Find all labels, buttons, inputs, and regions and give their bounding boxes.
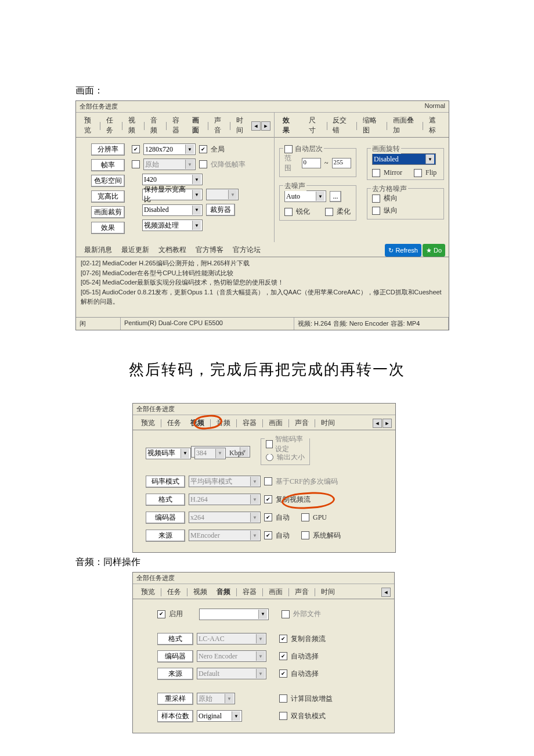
chk-gain[interactable] xyxy=(279,694,287,703)
sel-audio-profile[interactable]: ▼ xyxy=(199,609,269,620)
chk-mirror[interactable] xyxy=(372,169,380,177)
btn-do[interactable]: ★ Do xyxy=(423,244,445,257)
sel-vbr-mode[interactable]: 视频码率▼ xyxy=(146,448,191,459)
sel-source[interactable]: MEncoder▼ xyxy=(189,530,261,541)
chk-fps[interactable] xyxy=(132,160,140,168)
tab-audio[interactable]: 音频 xyxy=(212,417,235,430)
news-update[interactable]: 最近更新 xyxy=(117,244,154,257)
btn-crop[interactable]: 画面裁剪 xyxy=(91,206,125,218)
tab-scroll-left[interactable]: ◄ xyxy=(381,588,391,597)
chk-aauto1[interactable]: ✔ xyxy=(279,652,287,660)
sel-denoise[interactable]: Auto▼ xyxy=(284,190,326,202)
chk-auto-enc[interactable]: ✔ xyxy=(264,513,272,521)
btn-resolution[interactable]: 分辨率 xyxy=(91,143,125,156)
btn-aenc[interactable]: 编码器 xyxy=(157,650,193,663)
tab-task[interactable]: 任务 xyxy=(102,114,121,137)
btn-ratemode[interactable]: 码率模式 xyxy=(146,476,185,488)
chk-gpu[interactable] xyxy=(301,513,309,521)
chk-crf[interactable] xyxy=(264,477,272,485)
chk-res[interactable]: ✔ xyxy=(132,145,140,153)
btn-aformat[interactable]: 格式 xyxy=(157,633,193,645)
chk-sysdec[interactable] xyxy=(301,531,309,539)
chk-global[interactable]: ✔ xyxy=(199,145,207,153)
sel-ratemode[interactable]: 平均码率模式▼ xyxy=(189,476,261,487)
tab-task[interactable]: 任务 xyxy=(163,586,186,599)
tab-mask[interactable]: 遮标 xyxy=(424,114,446,137)
btn-cropper[interactable]: 裁剪器 xyxy=(206,204,235,216)
chk-acopy[interactable]: ✔ xyxy=(279,635,287,643)
btn-fps[interactable]: 帧率 xyxy=(91,159,125,171)
chk-soft[interactable] xyxy=(325,208,333,216)
tab-time[interactable]: 时间 xyxy=(316,586,340,599)
tab-preview[interactable]: 预览 xyxy=(136,586,160,599)
tab-picture[interactable]: 画面 xyxy=(264,417,287,430)
news-blog[interactable]: 官方博客 xyxy=(191,244,228,257)
inp-range-hi[interactable]: 255 xyxy=(332,158,351,168)
sel-effect[interactable]: 视频源处理▼ xyxy=(142,219,203,231)
btn-encoder[interactable]: 编码器 xyxy=(146,512,185,524)
btn-resample[interactable]: 重采样 xyxy=(157,693,193,705)
tab-scroll-right[interactable]: ► xyxy=(261,121,270,131)
chk-ext[interactable] xyxy=(282,610,290,618)
chk-deblock-h[interactable] xyxy=(372,195,380,203)
tab-deint[interactable]: 反交错 xyxy=(328,114,355,137)
tab-audio[interactable]: 音频 xyxy=(146,114,165,137)
tab-video[interactable]: 视频 xyxy=(186,417,209,430)
btn-source[interactable]: 来源 xyxy=(146,530,185,542)
tab-sound[interactable]: 声音 xyxy=(290,586,313,599)
tab-sound[interactable]: 声音 xyxy=(210,114,229,137)
tab-picture[interactable]: 画面 xyxy=(264,586,287,599)
btn-denoise-more[interactable]: ... xyxy=(330,191,341,202)
chk-dual[interactable] xyxy=(279,712,287,720)
chk-copy[interactable]: ✔ xyxy=(264,495,272,503)
tab-video[interactable]: 视频 xyxy=(189,586,212,599)
tab-time[interactable]: 时间 xyxy=(316,417,340,430)
sel-colorspace[interactable]: I420▼ xyxy=(142,174,203,185)
chk-lowfps[interactable] xyxy=(199,160,207,168)
inp-range-lo[interactable]: 0 xyxy=(302,158,321,168)
btn-refresh[interactable]: ↻ Refresh xyxy=(385,244,421,257)
tab-container[interactable]: 容器 xyxy=(238,586,261,599)
tab-task[interactable]: 任务 xyxy=(163,417,186,430)
tab-container[interactable]: 容器 xyxy=(168,114,187,137)
tab-picture[interactable]: 画面 xyxy=(187,114,207,137)
tab-scroll-left[interactable]: ◄ xyxy=(251,121,261,131)
tab-sound[interactable]: 声音 xyxy=(290,417,313,430)
chk-smart[interactable] xyxy=(266,440,273,448)
sel-encoder[interactable]: x264▼ xyxy=(189,512,261,523)
tab-scroll-right[interactable]: ► xyxy=(383,419,392,428)
tab-scroll-left[interactable]: ◄ xyxy=(373,419,382,428)
sel-fps[interactable]: 原始▼ xyxy=(143,159,196,170)
sel-aenc[interactable]: Nero Encoder▼ xyxy=(197,650,266,662)
chk-aauto2[interactable]: ✔ xyxy=(279,669,287,678)
btn-format[interactable]: 格式 xyxy=(146,494,185,506)
btn-asrc[interactable]: 来源 xyxy=(157,668,193,680)
sel-aspect-val[interactable]: ▼ xyxy=(206,189,239,200)
tab-audio[interactable]: 音频 xyxy=(212,586,235,599)
tab-preview[interactable]: 预览 xyxy=(136,417,160,430)
sel-resample[interactable]: 原始▼ xyxy=(197,693,235,704)
news-docs[interactable]: 文档教程 xyxy=(154,244,191,257)
news-item[interactable]: [02-12] MediaCoder H.265编码公测开始，附H.265样片下… xyxy=(81,258,444,268)
chk-auto-src[interactable]: ✔ xyxy=(264,531,272,539)
tab-time[interactable]: 时间 xyxy=(232,114,251,137)
news-latest[interactable]: 最新消息 xyxy=(80,244,117,257)
tab-size[interactable]: 尺寸 xyxy=(304,114,326,137)
news-item[interactable]: [07-26] MediaCoder在各型号CPU上转码性能测试比较 xyxy=(81,268,444,278)
sel-aspect[interactable]: 保持显示宽高比▼ xyxy=(142,189,203,200)
chk-flip[interactable] xyxy=(414,169,422,177)
sel-rotate[interactable]: Disabled▼ xyxy=(372,153,436,165)
news-forum[interactable]: 官方论坛 xyxy=(228,244,265,257)
btn-aspect[interactable]: 宽高比 xyxy=(91,190,125,203)
sel-crop[interactable]: Disabled▼ xyxy=(142,204,203,216)
sel-bits[interactable]: Original▼ xyxy=(197,710,242,722)
tab-container[interactable]: 容器 xyxy=(238,417,261,430)
sel-format[interactable]: H.264▼ xyxy=(189,494,261,505)
sel-vbr-val[interactable]: 384▼ xyxy=(194,448,226,459)
sel-resolution[interactable]: 1280x720▼ xyxy=(143,143,196,155)
news-item[interactable]: [05-24] MediaCoder最新版实现分段编码技术，热切盼望您的使用反馈… xyxy=(81,278,444,287)
news-item[interactable]: [05-15] AudioCoder 0.8.21发布，更新Opus 1.1（音… xyxy=(81,287,444,307)
tab-preview[interactable]: 预览 xyxy=(80,114,99,137)
btn-bits[interactable]: 样本位数 xyxy=(157,710,193,722)
tab-overlay[interactable]: 画面叠加 xyxy=(388,114,421,137)
